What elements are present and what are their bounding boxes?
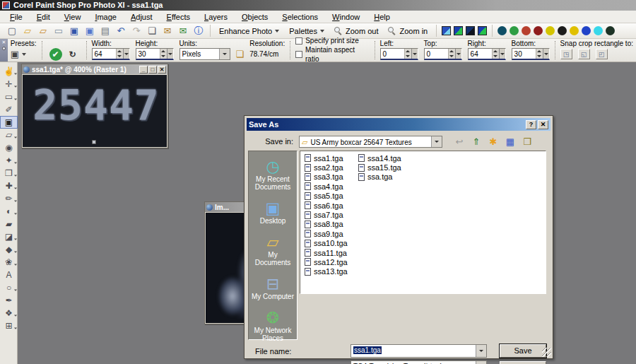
menu-item[interactable]: Image xyxy=(88,11,124,23)
cancel-button[interactable]: Cancel xyxy=(500,361,546,364)
chevron-down-icon[interactable] xyxy=(22,53,26,56)
zoom-in-button[interactable]: Zoom in xyxy=(388,27,428,35)
save-as-icon[interactable]: ▣ xyxy=(83,24,97,37)
share-icon[interactable]: ✉ xyxy=(176,24,190,37)
light-effects-icon[interactable] xyxy=(570,26,579,35)
paint-brush-tool[interactable]: ✏ xyxy=(0,192,18,205)
place-my-recent-documents[interactable]: ◷ My Recent Documents xyxy=(249,158,296,191)
spin-up-button[interactable] xyxy=(449,49,455,54)
file-list[interactable]: ssa1.tga ssa2.tga ssa3.tga xyxy=(300,151,546,294)
browse-icon[interactable]: ▱ xyxy=(36,24,50,37)
print-icon[interactable]: ▤ xyxy=(98,24,112,37)
redo-icon[interactable]: ↷ xyxy=(129,24,143,37)
spin-up-button[interactable] xyxy=(493,49,499,54)
save-in-select[interactable]: ▱US Army boxcar 25647 Textures xyxy=(299,136,442,148)
flame-effects-icon[interactable] xyxy=(534,26,543,35)
close-icon[interactable]: ✕ xyxy=(538,120,548,129)
email-icon[interactable]: ✉ xyxy=(160,24,175,37)
move-tool[interactable]: ✛ xyxy=(0,78,18,90)
pen-tool[interactable]: ✒ xyxy=(0,294,18,307)
width-field[interactable]: 64 xyxy=(92,48,130,60)
place-my-documents[interactable]: ▱ My Documents xyxy=(249,234,296,266)
place-my-computer[interactable]: ⊟ My Computer xyxy=(249,276,296,300)
color-changer-tool[interactable]: ◐ xyxy=(0,205,18,218)
close-icon[interactable]: ✕ xyxy=(1,40,6,45)
crop-handle[interactable] xyxy=(92,140,96,144)
file-list-item[interactable]: ssa6.tga xyxy=(305,201,348,210)
title-bar[interactable]: Corel Paint Shop Pro Photo XI - ssa1.tga xyxy=(0,0,636,11)
crop-tool[interactable]: ▣ xyxy=(0,116,18,129)
top-field[interactable]: 0 xyxy=(424,48,462,60)
open-file-icon[interactable]: ▱ xyxy=(20,24,35,37)
file-list-item[interactable]: ssa9.tga xyxy=(305,229,348,238)
image-canvas-1[interactable]: 25447 xyxy=(23,75,167,147)
script-save-icon[interactable] xyxy=(478,26,487,35)
menu-item[interactable]: Edit xyxy=(30,11,57,23)
makeover-tool[interactable]: ✦ xyxy=(0,154,18,167)
spin-up-button[interactable] xyxy=(405,49,411,54)
menu-item[interactable]: Effects xyxy=(160,11,197,23)
effect-browser-icon[interactable] xyxy=(497,26,507,35)
spin-down-button[interactable] xyxy=(536,54,543,59)
spin-up-button[interactable] xyxy=(160,49,167,54)
maximize-button[interactable]: □ xyxy=(148,66,157,74)
ring-effects-icon[interactable] xyxy=(546,26,555,35)
menu-item[interactable]: File xyxy=(3,11,30,23)
help-icon[interactable]: ? xyxy=(526,120,536,129)
file-list-item[interactable]: ssa13.tga xyxy=(305,267,348,276)
spin-down-button[interactable] xyxy=(117,54,123,59)
new-file-icon[interactable]: ▢ xyxy=(5,24,19,37)
distortion-effects-icon[interactable] xyxy=(522,26,531,35)
clone-brush-tool[interactable]: ❐ xyxy=(0,167,18,180)
zoom-out-button[interactable]: Zoom out xyxy=(334,27,378,35)
units-select[interactable]: Pixels xyxy=(179,48,230,60)
options-bar-handle[interactable]: ✕ xyxy=(0,39,8,61)
file-list-item[interactable]: ssa5.tga xyxy=(305,192,348,201)
checkbox-row[interactable]: Maintain aspect ratio xyxy=(295,45,369,64)
texture-effects-icon[interactable] xyxy=(606,26,615,35)
slider-flyout-button[interactable] xyxy=(543,49,549,59)
file-list-item[interactable]: ssa14.tga xyxy=(358,153,401,163)
spin-down-button[interactable] xyxy=(160,54,167,59)
file-list-item[interactable]: ssa8.tga xyxy=(305,220,348,229)
palettes-button[interactable]: Palettes xyxy=(289,27,324,35)
menu-item[interactable]: Adjust xyxy=(124,11,160,23)
up-one-level-icon[interactable]: ⇑ xyxy=(469,135,483,148)
place-desktop[interactable]: ▣ Desktop xyxy=(249,200,296,225)
save-button[interactable]: Save xyxy=(500,344,546,358)
new-folder-icon[interactable]: ✱ xyxy=(486,135,500,148)
resize-document-icon[interactable]: ❏ xyxy=(236,49,245,59)
checkbox[interactable] xyxy=(295,51,302,58)
slider-flyout-button[interactable] xyxy=(455,49,461,59)
view-menu-icon[interactable]: ▦ xyxy=(503,135,517,148)
menu-item[interactable]: Help xyxy=(367,11,397,23)
close-button[interactable]: ✕ xyxy=(158,66,166,74)
minimize-button[interactable]: _ xyxy=(139,66,148,74)
gem-effects-icon[interactable] xyxy=(582,26,591,35)
spin-up-button[interactable] xyxy=(536,49,543,54)
image-window-1[interactable]: ssa1.tga* @ 400% (Raster 1) _ □ ✕ 25447 xyxy=(21,64,168,148)
snap-selection-icon[interactable]: ◰ xyxy=(596,49,608,59)
script-run-icon[interactable] xyxy=(442,26,451,35)
file-list-item[interactable]: ssa1.tga xyxy=(305,153,348,163)
file-list-item[interactable]: ssa4.tga xyxy=(305,182,348,191)
place-my-network-places[interactable]: ❂ My Network Places xyxy=(249,310,296,342)
menu-item[interactable]: Window xyxy=(325,11,367,23)
chevron-down-icon[interactable] xyxy=(476,361,486,364)
file-list-item[interactable]: ssa12.tga xyxy=(305,257,348,266)
slider-flyout-button[interactable] xyxy=(411,49,418,59)
scan-icon[interactable]: ▭ xyxy=(52,24,66,37)
sunburst-effects-icon[interactable] xyxy=(594,26,603,35)
back-icon[interactable]: ↩ xyxy=(452,135,466,148)
save-icon[interactable]: ▣ xyxy=(67,24,81,37)
file-list-item[interactable]: ssa15.tga xyxy=(358,163,401,172)
snap-full-image-icon[interactable]: ◳ xyxy=(560,49,572,59)
preset-shape-tool[interactable]: ○ xyxy=(0,281,18,294)
image-window-1-titlebar[interactable]: ssa1.tga* @ 400% (Raster 1) _ □ ✕ xyxy=(22,64,167,74)
spin-down-button[interactable] xyxy=(449,54,455,59)
slider-flyout-button[interactable] xyxy=(123,49,129,59)
height-field[interactable]: 30 xyxy=(136,48,174,60)
file-list-item[interactable]: ssa.tga xyxy=(358,172,401,182)
file-name-input[interactable]: ssa1.tga xyxy=(351,344,487,358)
pattern-effects-icon[interactable] xyxy=(558,26,567,35)
